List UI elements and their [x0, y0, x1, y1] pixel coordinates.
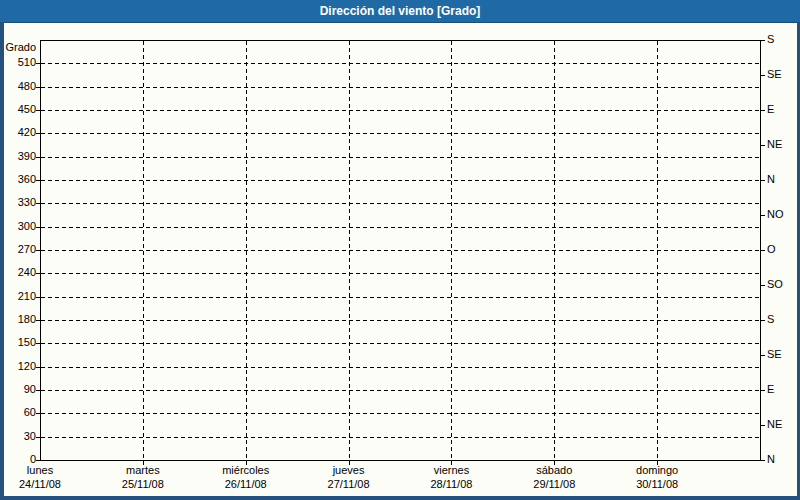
right-axis-tick [761, 180, 765, 181]
right-axis-tick [761, 390, 765, 391]
y-axis-tick [36, 87, 40, 88]
y-tick-label: 480 [2, 80, 36, 93]
y-tick-label: 150 [2, 336, 36, 349]
y-axis-tick [36, 157, 40, 158]
h-gridline [41, 297, 760, 298]
v-gridline [349, 41, 350, 460]
x-date-label: 29/11/08 [509, 478, 599, 491]
right-tick-label: N [767, 453, 797, 466]
v-gridline [657, 41, 658, 460]
x-date-label: 24/11/08 [0, 478, 85, 491]
h-gridline [41, 367, 760, 368]
right-tick-label: E [767, 103, 797, 116]
h-gridline [41, 390, 760, 391]
x-weekday-label: viernes [406, 464, 496, 477]
h-gridline [41, 133, 760, 134]
h-gridline [41, 63, 760, 64]
h-gridline [41, 343, 760, 344]
h-gridline [41, 87, 760, 88]
right-tick-label: NE [767, 418, 797, 431]
y-tick-label: 120 [2, 360, 36, 373]
y-tick-label: 210 [2, 290, 36, 303]
right-tick-label: E [767, 383, 797, 396]
right-axis-tick [761, 320, 765, 321]
x-date-label: 27/11/08 [304, 478, 394, 491]
chart-title-bar: Dirección del viento [Grado] [0, 0, 800, 23]
right-axis-tick [761, 145, 765, 146]
right-tick-label: NE [767, 138, 797, 151]
v-gridline [246, 41, 247, 460]
chart-window: Dirección del viento [Grado] Grado 51048… [0, 0, 800, 500]
right-axis-tick [761, 425, 765, 426]
x-weekday-label: miércoles [201, 464, 291, 477]
x-weekday-label: martes [98, 464, 188, 477]
right-axis-tick [761, 355, 765, 356]
v-gridline [554, 41, 555, 460]
y-tick-label: 420 [2, 126, 36, 139]
y-axis-tick [36, 413, 40, 414]
right-axis-tick [761, 110, 765, 111]
v-gridline [143, 41, 144, 460]
y-axis-tick [36, 390, 40, 391]
h-gridline [41, 437, 760, 438]
y-tick-label: 450 [2, 103, 36, 116]
y-tick-label: 330 [2, 196, 36, 209]
y-axis-tick [36, 250, 40, 251]
y-axis-tick [36, 63, 40, 64]
y-axis-tick [36, 320, 40, 321]
y-tick-label: 510 [2, 56, 36, 69]
h-gridline [41, 273, 760, 274]
h-gridline [41, 320, 760, 321]
right-axis-tick [761, 460, 765, 461]
y-tick-label: 60 [2, 406, 36, 419]
x-weekday-label: sábado [509, 464, 599, 477]
v-gridline [451, 41, 452, 460]
x-date-label: 26/11/08 [201, 478, 291, 491]
window-frame-bottom [0, 496, 800, 500]
y-axis-tick [36, 227, 40, 228]
y-axis-tick [36, 203, 40, 204]
y-axis-tick [36, 133, 40, 134]
right-tick-label: NO [767, 208, 797, 221]
right-tick-label: O [767, 243, 797, 256]
y-axis-tick [36, 273, 40, 274]
y-tick-label: 240 [2, 266, 36, 279]
right-axis-tick [761, 250, 765, 251]
window-frame-left [0, 22, 4, 500]
right-tick-label: S [767, 313, 797, 326]
h-gridline [41, 203, 760, 204]
x-weekday-label: jueves [304, 464, 394, 477]
h-gridline [41, 413, 760, 414]
y-tick-label: 90 [2, 383, 36, 396]
y-axis-tick [36, 343, 40, 344]
y-axis-tick [36, 367, 40, 368]
y-axis-tick [36, 180, 40, 181]
y-axis-tick [36, 460, 40, 461]
right-tick-label: N [767, 173, 797, 186]
y-tick-label: 180 [2, 313, 36, 326]
right-axis-tick [761, 40, 765, 41]
y-tick-label: 30 [2, 430, 36, 443]
right-tick-label: SE [767, 68, 797, 81]
y-axis-tick [36, 437, 40, 438]
y-tick-label: 360 [2, 173, 36, 186]
x-date-label: 25/11/08 [98, 478, 188, 491]
h-gridline [41, 110, 760, 111]
right-axis-tick [761, 215, 765, 216]
x-date-label: 30/11/08 [612, 478, 702, 491]
y-axis-title: Grado [0, 41, 36, 53]
y-axis-tick [36, 297, 40, 298]
h-gridline [41, 180, 760, 181]
h-gridline [41, 227, 760, 228]
right-tick-label: SO [767, 278, 797, 291]
right-axis-tick [761, 285, 765, 286]
x-weekday-label: lunes [0, 464, 85, 477]
chart-title: Dirección del viento [Grado] [320, 4, 481, 18]
y-tick-label: 300 [2, 220, 36, 233]
h-gridline [41, 157, 760, 158]
right-axis-tick [761, 75, 765, 76]
h-gridline [41, 250, 760, 251]
x-date-label: 28/11/08 [406, 478, 496, 491]
right-tick-label: SE [767, 348, 797, 361]
y-tick-label: 270 [2, 243, 36, 256]
